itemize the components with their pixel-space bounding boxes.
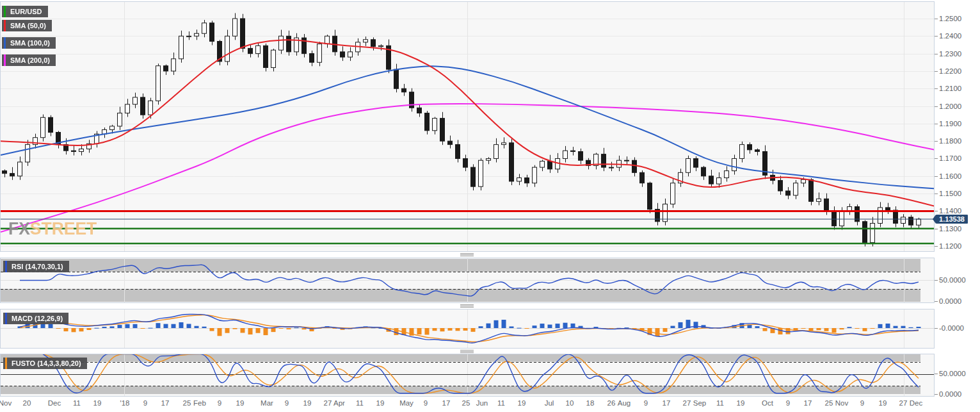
stochastic-canvas[interactable]: [1, 354, 934, 396]
price-tick-label: 1.1700: [939, 154, 961, 162]
current-price-badge: 1.13538: [936, 215, 968, 224]
time-tick-label: 19: [93, 399, 102, 407]
time-tick-label: 9: [644, 399, 648, 407]
price-tick: [935, 36, 938, 37]
macd-zero-axis-label: -0.0000: [939, 324, 964, 332]
panel-resize-handle[interactable]: [460, 350, 474, 354]
pair-label: EUR/USD: [10, 8, 42, 15]
time-tick-label: 19: [303, 399, 312, 407]
price-tick: [935, 229, 938, 229]
price-tick-label: 1.1300: [939, 225, 961, 233]
time-tick-label: May: [399, 399, 414, 407]
legend-sma50[interactable]: SMA (50,0): [2, 20, 52, 31]
time-tick-label: 17: [663, 399, 671, 407]
legend-sma200[interactable]: SMA (200,0): [2, 54, 56, 66]
macd-canvas[interactable]: [1, 309, 934, 348]
price-tick-label: 1.1500: [939, 190, 961, 197]
time-tick-label: Aug: [618, 399, 631, 407]
time-tick-label: 19: [737, 399, 745, 407]
time-tick-label: 20: [23, 399, 31, 407]
current-price-value: 1.13538: [939, 215, 965, 223]
rsi-low-axis-label: 0.0000: [939, 297, 961, 305]
time-tick-label: Mar: [261, 399, 273, 407]
price-tick-label: 1.1400: [939, 207, 961, 215]
time-tick-label: 19: [236, 399, 245, 407]
time-tick-label: Dec: [48, 399, 61, 407]
time-tick-label: 9: [218, 399, 221, 407]
rsi-label-text: RSI (14,70,30,1): [12, 263, 63, 270]
time-tick-label: 9: [860, 399, 864, 407]
time-tick-label: 25: [462, 399, 470, 407]
time-tick-label: 11: [716, 399, 724, 407]
rsi-canvas[interactable]: [1, 258, 934, 302]
time-tick-label: Oct: [762, 399, 773, 407]
sma100-color-swatch: [4, 37, 6, 49]
price-tick: [935, 124, 938, 124]
stoch-low-axis-label: 0.0000: [939, 390, 961, 398]
time-tick-label: 26: [607, 399, 616, 407]
time-tick-label: 25: [183, 399, 191, 407]
indicator-tick: [935, 328, 938, 329]
price-tick-label: 1.2000: [939, 103, 961, 110]
stochastic-indicator-label[interactable]: FUSTO (14,3,3,80,20): [3, 358, 87, 369]
price-tick-label: 1.1900: [939, 120, 961, 128]
time-tick-label: Jul: [545, 399, 554, 407]
indicator-tick: [935, 394, 938, 395]
time-tick-label: 18: [586, 399, 595, 407]
price-tick-label: 1.2400: [939, 32, 961, 40]
pair-color-swatch: [4, 6, 6, 17]
time-tick-label: Jun: [476, 399, 488, 407]
time-tick-label: 27: [899, 399, 908, 407]
time-tick-label: 11: [356, 399, 364, 407]
sma200-label: SMA (200,0): [10, 56, 50, 64]
time-tick-label: 10: [566, 399, 574, 407]
price-tick: [935, 176, 938, 177]
macd-color-swatch: [5, 313, 7, 324]
price-tick: [935, 88, 938, 89]
price-panel[interactable]: [0, 1, 935, 252]
stochastic-label-text: FUSTO (14,3,3,80,20): [12, 359, 81, 367]
panel-resize-handle[interactable]: [460, 304, 474, 308]
time-tick-label: 27: [683, 399, 691, 407]
time-tick-label: Apr: [333, 399, 345, 407]
time-tick-label: 9: [786, 399, 790, 407]
time-tick-label: 11: [73, 399, 81, 407]
time-tick-label: Sep: [693, 399, 706, 407]
rsi-indicator-label[interactable]: RSI (14,70,30,1): [3, 261, 69, 272]
time-tick-label: '18: [120, 399, 130, 407]
sma200-color-swatch: [4, 54, 6, 66]
price-chart-canvas[interactable]: [1, 2, 934, 251]
legend-pair[interactable]: EUR/USD: [2, 6, 48, 17]
price-tick: [935, 71, 938, 72]
sma50-color-swatch: [4, 20, 6, 31]
fxstreet-watermark: FXSTREET: [8, 219, 97, 239]
macd-indicator-label[interactable]: MACD (12,26,9): [3, 313, 68, 324]
time-tick-label: 9: [424, 399, 428, 407]
price-tick: [935, 194, 938, 194]
time-tick-label: Nov: [0, 399, 12, 407]
time-tick-label: Feb: [193, 399, 206, 407]
time-tick-label: 19: [879, 399, 887, 407]
price-tick: [935, 19, 938, 19]
rsi-panel[interactable]: [0, 258, 935, 303]
rsi-color-swatch: [5, 261, 7, 272]
sma100-label: SMA (100,0): [10, 39, 50, 47]
time-tick-label: 9: [143, 399, 147, 407]
stochastic-color-swatch: [5, 358, 7, 369]
price-tick: [935, 106, 938, 107]
macd-panel[interactable]: [0, 309, 935, 349]
price-tick: [935, 246, 938, 247]
price-tick-label: 1.2300: [939, 50, 961, 58]
time-tick-label: 19: [376, 399, 385, 407]
panel-resize-handle[interactable]: [460, 253, 474, 257]
indicator-tick: [935, 301, 938, 302]
macd-label-text: MACD (12,26,9): [12, 315, 63, 322]
rsi-mid-axis-label: 50.0000: [939, 276, 966, 284]
time-tick-label: 17: [804, 399, 812, 407]
legend-sma100[interactable]: SMA (100,0): [2, 37, 56, 49]
time-tick-label: 17: [161, 399, 170, 407]
stochastic-panel[interactable]: [0, 354, 935, 397]
badge-arrow-icon: [933, 215, 936, 224]
time-tick-label: 9: [285, 399, 289, 407]
time-tick-label: 27: [324, 399, 332, 407]
